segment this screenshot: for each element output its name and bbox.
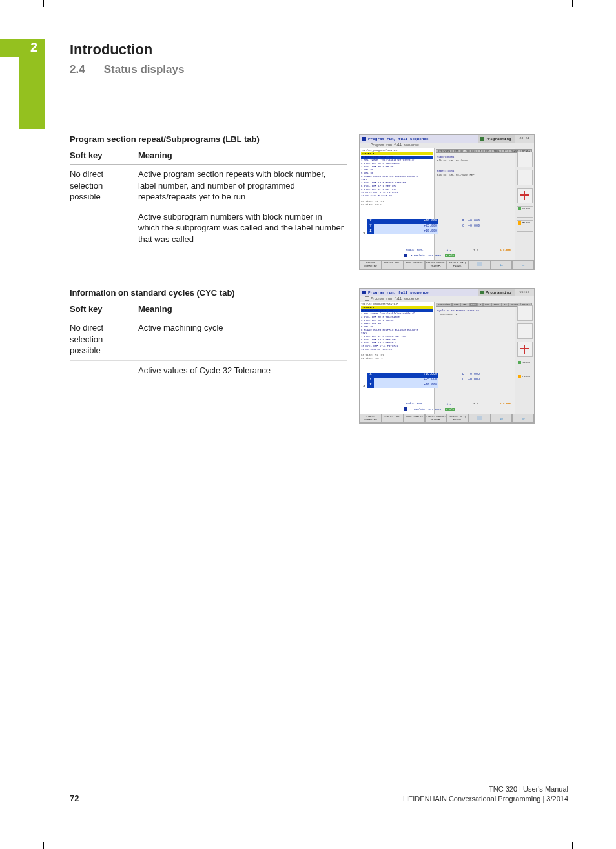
column-header: Meaning (138, 302, 347, 318)
axis-label: Y (367, 378, 374, 383)
meaning-cell: Active program section repeats with bloc… (138, 165, 347, 207)
softkey[interactable]: STATUS OVERVIEW (360, 414, 382, 423)
status-panel: Cycle 32 TOLERANCE Inactive T HSC-MODE T… (436, 308, 513, 347)
status-tab[interactable]: TOOL (491, 149, 502, 153)
status-tab[interactable]: CYC (469, 149, 478, 153)
axis-value: C +0.000 (447, 378, 480, 383)
mode-title: Program run, full sequence (360, 135, 478, 143)
axis-value: +10.000 (374, 383, 438, 388)
status-tab[interactable]: TT (502, 149, 509, 153)
table-row: Active subprogram numbers with block num… (70, 207, 347, 249)
clock: 08:54 (515, 135, 534, 143)
cnc-screenshot: Program run, full sequence Programming 0… (359, 134, 535, 270)
feed-icon (404, 254, 407, 257)
page-number: 72 (70, 793, 79, 803)
right-sidebar: S100% F100% (516, 148, 534, 260)
status-tab[interactable]: POS (483, 303, 491, 307)
page-footer: 72 TNC 320 | User's Manual HEIDENHAIN Co… (45, 784, 568, 803)
softkey-next-icon[interactable]: ⇨ (512, 414, 534, 423)
mode-icon (362, 291, 366, 294)
status-tab[interactable]: Overview (436, 303, 452, 307)
axis-value: C +0.000 (447, 224, 480, 229)
info-table: Soft key Meaning No direct selection pos… (70, 302, 347, 380)
softkey[interactable]: TOOL STATUS (404, 260, 426, 269)
softkey-cell: No direct selection possible (70, 318, 138, 361)
sidebar-button[interactable] (517, 170, 533, 185)
axis-row: Z +10.000 (367, 383, 438, 388)
sidebar-joystick-icon[interactable] (517, 342, 533, 357)
column-header: Soft key (70, 148, 138, 165)
status-tab[interactable]: CYC (469, 303, 478, 307)
softkey-prev-icon[interactable]: ⇦ (491, 260, 513, 269)
softkey[interactable]: STATUS OF Q PARAM. (447, 260, 469, 269)
table-row: Active values of Cycle 32 Tolerance (70, 360, 347, 380)
sub-heading: Information on standard cycles (CYC tab) (70, 288, 347, 298)
axis-label: X (367, 219, 374, 224)
override-display: S100% (517, 206, 533, 218)
softkey[interactable]: STATUS POS. (382, 260, 404, 269)
axis-row: X +10.000 (367, 373, 438, 378)
program-line: 89 time: M2:P1 (361, 357, 433, 360)
position-block: ⊕ X +10.000 Y +95.000 Z +10.000 B +0.000… (361, 219, 513, 246)
softkey-icon[interactable] (469, 260, 491, 269)
right-sidebar: S100% F100% (516, 302, 534, 414)
softkey-cell (70, 360, 138, 380)
meaning-cell: Active subprogram numbers with block num… (138, 207, 347, 249)
axis-value: +10.000 (374, 229, 438, 234)
mode-sub-icon (365, 143, 369, 147)
status-tab[interactable]: PGM (452, 149, 460, 153)
status-tab[interactable]: POS (483, 149, 491, 153)
softkey[interactable]: STATUS COORD. TRANSF. (425, 414, 447, 423)
sidebar-joystick-icon[interactable] (517, 188, 533, 203)
pos-mode-icon: ⊕ (361, 373, 367, 400)
axis-value: +10.000 (374, 219, 438, 224)
softkey-icon[interactable] (469, 414, 491, 423)
override-line: F 0mm/minOvr 100%M 5/9 (404, 407, 513, 411)
axis-label: Y (367, 224, 374, 229)
programming-icon (480, 137, 484, 141)
status-panel: Subprograms Blk no. LBL no./Name Repetit… (436, 154, 513, 193)
section-title: 2.4 Status displays (70, 63, 184, 76)
sidebar-button[interactable] (517, 152, 533, 167)
mode-subtitle: Program run full sequence (360, 296, 534, 302)
axis-value: B +0.000 (447, 219, 480, 224)
programming-icon (480, 291, 484, 294)
softkey[interactable]: TOOL STATUS (404, 414, 426, 423)
softkey-row: STATUS OVERVIEWSTATUS POS.TOOL STATUSSTA… (360, 414, 534, 423)
axis-value: +95.000 (374, 224, 438, 229)
softkey[interactable]: STATUS OF Q PARAM. (447, 414, 469, 423)
table-row: No direct selection possible Active mach… (70, 318, 347, 361)
softkey-next-icon[interactable]: ⇨ (512, 260, 534, 269)
mode-secondary: Programming (478, 289, 515, 296)
status-tab[interactable]: TT (502, 303, 509, 307)
softkey-row: STATUS OVERVIEWSTATUS POS.TOOL STATUSSTA… (360, 260, 534, 269)
status-tab-row: OverviewPGMLBLCYCMPOSTOOLTTTRANSQPARA (436, 149, 513, 153)
softkey[interactable]: STATUS COORD. TRANSF. (425, 260, 447, 269)
status-tab[interactable]: LBL (460, 149, 469, 153)
status-tab[interactable]: TOOL (491, 303, 502, 307)
feed-icon (404, 407, 407, 411)
softkey-cell: No direct selection possible (70, 165, 138, 207)
status-tab[interactable]: LBL (460, 303, 469, 307)
status-tab[interactable]: M (478, 303, 483, 307)
sidebar-button[interactable] (517, 305, 533, 321)
footer-meta: TNC 320 | User's Manual HEIDENHAIN Conve… (403, 784, 568, 803)
status-tab[interactable]: Overview (436, 149, 452, 153)
axis-label: Z (367, 229, 374, 234)
override-display: F100% (517, 220, 533, 232)
axis-row: Z +10.000 (367, 229, 438, 234)
axis-value: +10.000 (374, 373, 438, 378)
status-tab[interactable]: PGM (452, 303, 460, 307)
override-display: F100% (517, 374, 533, 385)
softkey[interactable]: STATUS OVERVIEW (360, 260, 382, 269)
chapter-title: Introduction (70, 41, 184, 58)
page-headings: Introduction 2.4 Status displays (70, 39, 184, 76)
softkey[interactable]: STATUS POS. (382, 414, 404, 423)
sidebar-button[interactable] (517, 323, 533, 339)
mode-secondary: Programming (478, 135, 515, 143)
program-name: →STAT1.H (361, 306, 433, 309)
softkey-prev-icon[interactable]: ⇦ (491, 414, 513, 423)
mode-title: Program run, full sequence (360, 289, 478, 296)
status-tab[interactable]: M (478, 149, 483, 153)
file-path: TNC:\nc_prog\PGM\STAT1.H (361, 149, 433, 152)
